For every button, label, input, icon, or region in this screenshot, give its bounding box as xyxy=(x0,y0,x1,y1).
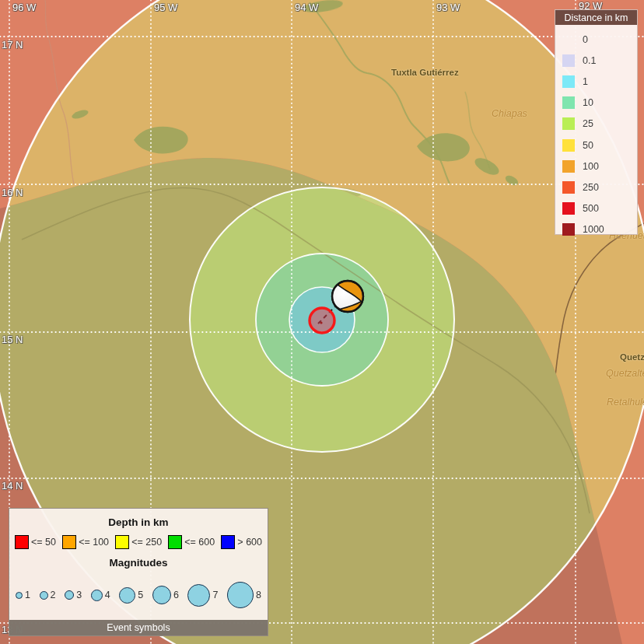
magnitude-label: 6 xyxy=(173,590,179,600)
magnitude-scale: 1 2 3 4 5 6 7 xyxy=(9,579,268,611)
meridian-label: 93 W xyxy=(436,2,460,12)
magnitude-circle xyxy=(119,587,135,604)
distance-value: 25 xyxy=(583,118,593,129)
magnitude-item: 6 xyxy=(152,586,179,604)
distance-swatch xyxy=(562,160,575,173)
magnitude-label: 1 xyxy=(25,590,30,600)
distance-legend-row: 1 xyxy=(562,71,637,92)
meridian-label: 96 W xyxy=(12,2,36,12)
depth-swatch xyxy=(168,535,182,549)
magnitude-circle xyxy=(187,584,210,607)
magnitude-label: 8 xyxy=(256,590,261,600)
distance-value: 1 xyxy=(583,76,588,87)
magnitude-circle xyxy=(152,586,171,604)
magnitude-item: 1 xyxy=(16,590,30,600)
distance-legend-rows: 0 0.1 1 10 25 50 xyxy=(555,25,637,240)
distance-value: 0.1 xyxy=(583,55,596,66)
magnitude-item: 2 xyxy=(40,590,56,600)
parallel-label: 14 N xyxy=(2,481,23,491)
distance-legend-row: 250 xyxy=(562,177,637,198)
parallel-label: 17 N xyxy=(2,40,23,50)
magnitude-label: 3 xyxy=(76,590,82,600)
depth-legend-title: Depth in km xyxy=(9,516,268,528)
distance-swatch xyxy=(562,96,575,109)
distance-value: 10 xyxy=(583,97,593,108)
distance-legend-row: 0.1 xyxy=(562,50,637,71)
magnitude-circle xyxy=(65,590,74,600)
magnitude-label: 4 xyxy=(105,590,110,600)
depth-class-label: <= 100 xyxy=(79,537,109,548)
distance-swatch xyxy=(562,54,575,67)
magnitude-circle xyxy=(91,590,103,601)
distance-legend-row: 25 xyxy=(562,114,637,135)
depth-class: <= 250 xyxy=(115,535,162,549)
depth-class: > 600 xyxy=(221,535,262,549)
region-label: Quetzaltenango xyxy=(606,368,644,379)
epicenter-marker xyxy=(310,308,334,333)
distance-value: 0 xyxy=(583,34,588,45)
depth-class-label: <= 250 xyxy=(131,537,162,548)
distance-swatch xyxy=(562,139,575,152)
depth-swatch xyxy=(115,535,129,549)
focal-mechanism-beachball xyxy=(332,281,363,312)
event-legend-panel: Depth in km <= 50 <= 100 <= 250 <= 600 >… xyxy=(9,508,268,636)
depth-class: <= 100 xyxy=(62,535,109,549)
distance-legend-row: 1000 xyxy=(562,219,637,240)
distance-legend-panel: Distance in km 0 0.1 1 10 25 xyxy=(555,9,638,235)
distance-value: 250 xyxy=(583,182,599,193)
parallel-label: 16 N xyxy=(2,187,23,198)
depth-class-label: > 600 xyxy=(237,537,262,548)
distance-value: 1000 xyxy=(583,224,604,235)
distance-value: 500 xyxy=(583,203,599,214)
depth-class-label: <= 50 xyxy=(31,537,56,548)
distance-swatch xyxy=(562,117,575,130)
magnitude-item: 5 xyxy=(119,587,143,604)
magnitude-label: 2 xyxy=(51,590,56,600)
distance-swatch xyxy=(562,33,575,46)
distance-swatch xyxy=(562,75,575,88)
city-label: Tuxtla Gutiérrez xyxy=(391,68,459,77)
magnitude-item: 4 xyxy=(91,590,110,601)
magnitude-item: 7 xyxy=(187,584,218,607)
depth-swatch xyxy=(62,535,76,549)
magnitude-item: 8 xyxy=(227,582,261,608)
distance-swatch xyxy=(562,181,575,194)
distance-value: 100 xyxy=(583,161,599,172)
distance-legend-row: 500 xyxy=(562,198,637,219)
meridian-label: 95 W xyxy=(154,2,177,12)
magnitudes-legend-title: Magnitudes xyxy=(9,557,268,569)
distance-legend-title: Distance in km xyxy=(555,10,637,25)
city-label: Quetzaltenango xyxy=(620,352,644,362)
parallel-label: 15 N xyxy=(2,334,23,345)
distance-legend-row: 50 xyxy=(562,135,637,156)
magnitude-label: 5 xyxy=(138,590,143,600)
magnitude-item: 3 xyxy=(65,590,82,600)
seismic-map-view[interactable]: 96 W 95 W 94 W 93 W 92 W 17 N 16 N 15 N … xyxy=(0,0,644,644)
magnitude-circle xyxy=(227,582,254,608)
magnitude-label: 7 xyxy=(212,590,218,600)
depth-classes: <= 50 <= 100 <= 250 <= 600 > 600 xyxy=(9,535,268,549)
depth-swatch xyxy=(221,535,235,549)
depth-class-label: <= 600 xyxy=(184,537,215,548)
distance-value: 50 xyxy=(583,140,593,151)
distance-legend-row: 0 xyxy=(562,29,637,50)
depth-class: <= 600 xyxy=(168,535,215,549)
magnitude-circle xyxy=(40,591,48,600)
depth-class: <= 50 xyxy=(15,535,56,549)
distance-legend-row: 10 xyxy=(562,93,637,114)
magnitude-circle xyxy=(16,592,23,599)
distance-legend-row: 100 xyxy=(562,156,637,177)
distance-swatch xyxy=(562,202,575,215)
meridian-label: 94 W xyxy=(295,2,318,12)
region-label: Retalhuleu xyxy=(607,397,644,408)
depth-swatch xyxy=(15,535,29,549)
distance-swatch xyxy=(562,223,575,236)
region-label: Chiapas xyxy=(492,108,527,119)
event-symbols-footer: Event symbols xyxy=(9,620,268,635)
